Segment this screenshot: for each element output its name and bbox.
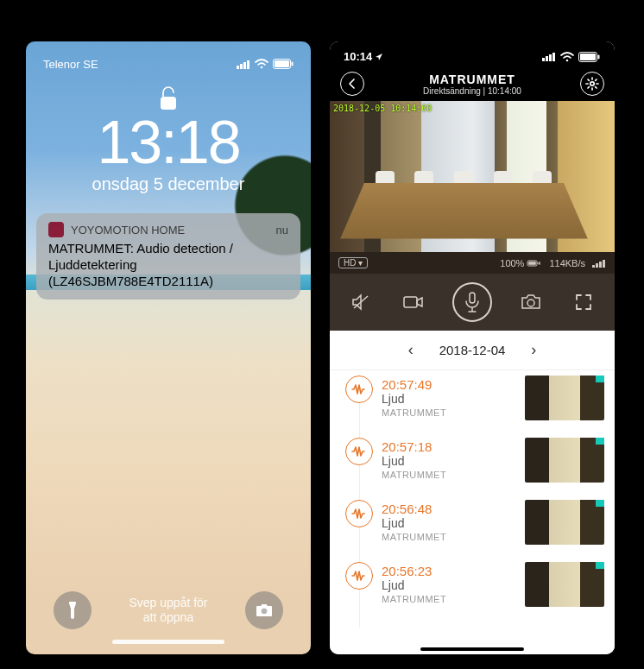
svg-point-19 [590, 82, 594, 85]
svg-point-15 [566, 59, 569, 61]
svg-point-4 [261, 66, 263, 69]
svg-rect-6 [275, 60, 289, 67]
svg-rect-11 [542, 58, 545, 61]
video-timestamp: 2018-12-05 10:14:00 [333, 104, 432, 113]
notification-time: nu [276, 224, 288, 237]
battery-icon [578, 52, 601, 62]
status-icons [542, 52, 601, 62]
signal-icon [542, 52, 556, 61]
svg-rect-9 [69, 602, 76, 604]
back-button[interactable] [340, 72, 364, 96]
room-title: MATRUMMET [364, 73, 580, 86]
event-item[interactable]: 20:56:23 Ljud MATRUMMET [330, 557, 615, 619]
lock-time: 13:18 [26, 112, 311, 173]
status-bar: Telenor SE [26, 41, 311, 76]
record-button[interactable] [401, 289, 426, 315]
mute-button[interactable] [348, 289, 374, 315]
quality-button[interactable]: HD ▾ [338, 257, 368, 268]
settings-button[interactable] [580, 72, 604, 96]
event-item[interactable]: 20:57:49 Ljud MATRUMMET [330, 370, 615, 432]
notification-card[interactable]: YOYOMOTION HOME nu MATRUMMET: Audio dete… [36, 213, 300, 300]
camera-app-phone: 10:14 MATRUMMET Direktsändning | 10:14:0… [330, 41, 615, 654]
event-type: Ljud [382, 516, 516, 530]
event-thumbnail[interactable] [525, 562, 604, 607]
signal-icon [237, 60, 250, 69]
svg-rect-14 [552, 53, 555, 61]
svg-point-10 [262, 609, 268, 615]
audio-event-icon [345, 438, 373, 465]
audio-event-icon [345, 500, 373, 527]
audio-event-icon [345, 376, 373, 403]
home-indicator[interactable] [112, 640, 224, 644]
header-subtitle: Direktsändning | 10:14:00 [364, 86, 580, 96]
event-time: 20:56:23 [382, 564, 516, 578]
svg-rect-3 [247, 60, 249, 69]
event-room: MATRUMMET [382, 407, 516, 418]
svg-rect-2 [243, 62, 246, 69]
date-label[interactable]: 2018-12-04 [439, 343, 506, 357]
svg-rect-17 [580, 54, 596, 60]
svg-rect-18 [598, 54, 600, 59]
status-icons [237, 59, 294, 69]
event-item[interactable]: 20:56:48 Ljud MATRUMMET [330, 495, 615, 557]
lock-bottom: Svep uppåt för att öppna [26, 591, 311, 644]
svg-rect-12 [546, 56, 548, 61]
swipe-line1: Svep uppåt för [112, 596, 224, 610]
status-bar: 10:14 [330, 41, 615, 66]
event-time: 20:56:48 [382, 502, 516, 516]
flashlight-button[interactable] [54, 591, 92, 629]
event-type: Ljud [382, 392, 516, 406]
wifi-icon [255, 59, 268, 69]
svg-rect-7 [292, 62, 294, 66]
svg-rect-13 [549, 54, 552, 61]
svg-rect-22 [404, 297, 417, 307]
notification-body: MATRUMMET: Audio detection / Ljuddetekte… [48, 241, 288, 289]
date-navigator: ‹ 2018-12-04 › [330, 331, 615, 370]
svg-rect-21 [529, 262, 537, 265]
fullscreen-button[interactable] [571, 289, 597, 315]
location-icon [375, 53, 383, 61]
event-time: 20:57:49 [382, 377, 516, 392]
plug-icon [527, 259, 542, 268]
notification-app-name: YOYOMOTION HOME [71, 224, 185, 237]
lock-center: 13:18 onsdag 5 december [26, 85, 311, 194]
svg-rect-23 [470, 293, 475, 303]
video-info-bar: HD ▾ 100% 114KB/s [330, 252, 615, 274]
event-type: Ljud [382, 454, 516, 468]
talk-button[interactable] [452, 282, 492, 322]
event-thumbnail[interactable] [525, 376, 604, 420]
signal-strength-icon [592, 259, 606, 268]
snapshot-button[interactable] [518, 289, 544, 315]
svg-rect-8 [161, 97, 176, 110]
event-thumbnail[interactable] [525, 500, 604, 545]
battery-pct: 100% [500, 258, 524, 268]
carrier-label: Telenor SE [43, 58, 98, 71]
lock-date: onsdag 5 december [26, 174, 311, 194]
swipe-line2: att öppna [112, 610, 224, 625]
home-indicator[interactable] [420, 647, 524, 651]
svg-point-24 [527, 300, 534, 306]
battery-icon [273, 59, 294, 69]
event-time: 20:57:18 [382, 439, 516, 454]
svg-rect-0 [237, 66, 239, 69]
event-thumbnail[interactable] [525, 438, 604, 483]
chevron-down-icon: ▾ [358, 258, 363, 268]
event-room: MATRUMMET [382, 470, 516, 480]
lockscreen-phone: Telenor SE 13:18 onsdag 5 december YOYOM… [26, 41, 311, 654]
event-item[interactable]: 20:57:18 Ljud MATRUMMET [330, 432, 615, 495]
svg-rect-1 [240, 64, 243, 69]
event-room: MATRUMMET [382, 594, 516, 604]
wifi-icon [560, 52, 574, 62]
swipe-hint: Svep uppåt för att öppna [112, 596, 224, 625]
event-list[interactable]: 20:57:49 Ljud MATRUMMET 20:57:18 Ljud MA… [330, 370, 615, 654]
camera-button[interactable] [245, 591, 283, 629]
notification-app-icon [48, 222, 64, 237]
live-video[interactable]: 2018-12-05 10:14:00 [330, 101, 615, 252]
next-date-button[interactable]: › [531, 341, 536, 359]
event-type: Ljud [382, 578, 516, 592]
audio-event-icon [345, 562, 373, 590]
app-header: MATRUMMET Direktsändning | 10:14:00 [330, 66, 615, 101]
event-room: MATRUMMET [382, 532, 516, 542]
bitrate: 114KB/s [549, 258, 585, 268]
prev-date-button[interactable]: ‹ [408, 341, 414, 359]
